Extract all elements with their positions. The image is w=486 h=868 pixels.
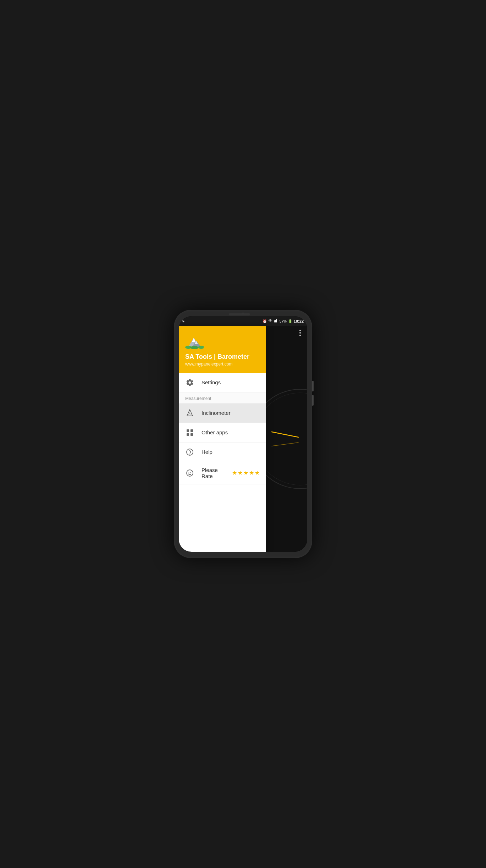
settings-label: Settings xyxy=(201,379,260,385)
battery-text: 57% xyxy=(280,319,287,323)
status-bar: ☀ ⏰ 57% 🔋 18:22 xyxy=(179,316,307,326)
time-text: 18:22 xyxy=(294,319,304,323)
navigation-drawer: SA Tools | Barometer www.mypanelexpert.c… xyxy=(179,326,266,552)
status-left: ☀ xyxy=(182,319,185,323)
menu-item-settings[interactable]: Settings xyxy=(179,373,266,392)
star-2: ★ xyxy=(238,469,243,476)
more-dot-3 xyxy=(299,335,301,336)
svg-point-26 xyxy=(189,412,190,413)
help-label: Help xyxy=(201,449,260,455)
app-website: www.mypanelexpert.com xyxy=(185,362,260,367)
menu-list: Settings Measurement xyxy=(179,373,266,552)
menu-item-please-rate[interactable]: Please Rate ★ ★ ★ ★ ★ xyxy=(179,462,266,484)
svg-point-35 xyxy=(187,470,193,476)
app-header-text: SA Tools | Barometer www.mypanelexpert.c… xyxy=(185,353,260,367)
settings-icon xyxy=(185,378,194,387)
svg-point-34 xyxy=(189,454,190,455)
phone-frame: ☀ ⏰ 57% 🔋 18:22 xyxy=(174,310,312,558)
svg-point-36 xyxy=(189,472,189,473)
alarm-icon: ⏰ xyxy=(263,319,267,323)
star-3: ★ xyxy=(243,469,248,476)
volume-up-button[interactable] xyxy=(312,381,314,391)
phone-screen: ☀ ⏰ 57% 🔋 18:22 xyxy=(179,316,307,552)
svg-rect-31 xyxy=(187,433,189,436)
other-apps-icon xyxy=(185,428,194,437)
svg-point-24 xyxy=(190,346,199,349)
svg-rect-32 xyxy=(190,433,193,436)
star-5: ★ xyxy=(255,469,260,476)
more-dot-1 xyxy=(299,330,301,331)
weather-icon: ☀ xyxy=(182,319,185,323)
signal-bars-icon xyxy=(274,319,278,324)
star-4: ★ xyxy=(249,469,254,476)
please-rate-label: Please Rate xyxy=(201,467,225,479)
wifi-icon xyxy=(268,319,272,324)
svg-point-37 xyxy=(190,472,191,473)
inclinometer-icon xyxy=(185,408,194,418)
status-right: ⏰ 57% 🔋 18:22 xyxy=(263,319,304,324)
more-options-button[interactable] xyxy=(299,330,301,336)
volume-down-button[interactable] xyxy=(312,395,314,406)
measurement-section-header: Measurement xyxy=(179,392,266,403)
drawer-header: SA Tools | Barometer www.mypanelexpert.c… xyxy=(179,326,266,373)
star-1: ★ xyxy=(232,469,237,476)
menu-item-help[interactable]: Help xyxy=(179,443,266,462)
battery-icon: 🔋 xyxy=(288,319,292,323)
smiley-icon xyxy=(185,468,194,478)
svg-rect-29 xyxy=(187,429,189,432)
app-logo xyxy=(185,334,204,350)
help-icon xyxy=(185,447,194,457)
main-screen: 60 70 80 90 xyxy=(179,326,307,552)
phone-speaker xyxy=(229,313,250,315)
inclinometer-label: Inclinometer xyxy=(201,410,260,416)
star-rating: ★ ★ ★ ★ ★ xyxy=(232,469,260,476)
menu-item-other-apps[interactable]: Other apps xyxy=(179,423,266,443)
more-dot-2 xyxy=(299,332,301,334)
other-apps-label: Other apps xyxy=(201,429,260,435)
menu-item-inclinometer[interactable]: Inclinometer xyxy=(179,403,266,423)
app-title: SA Tools | Barometer xyxy=(185,353,260,361)
svg-rect-30 xyxy=(190,429,193,432)
